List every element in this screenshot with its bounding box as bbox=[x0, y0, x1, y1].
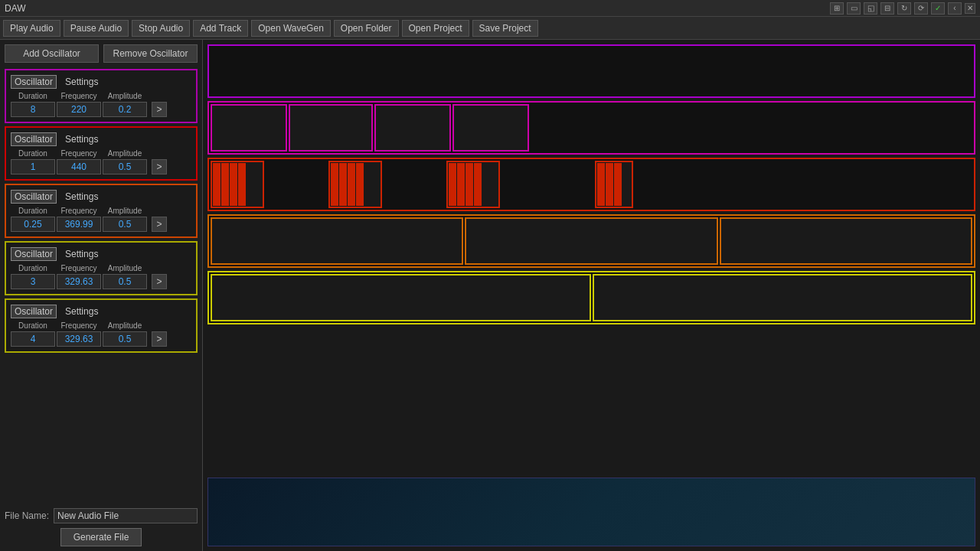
titlebar-icon-5[interactable]: ↻ bbox=[897, 2, 911, 15]
oscillator-card-5: Oscillator Settings Duration Frequency A… bbox=[5, 298, 198, 353]
osc-frequency-input-4[interactable] bbox=[57, 274, 101, 289]
osc-amplitude-input-5[interactable] bbox=[103, 331, 147, 347]
osc-tab-oscillator-4[interactable]: Oscillator bbox=[11, 247, 57, 261]
osc-amplitude-input-3[interactable] bbox=[103, 217, 147, 232]
osc-duration-label-3: Duration bbox=[18, 207, 47, 215]
open-folder-button[interactable]: Open Folder bbox=[334, 20, 399, 37]
clip-pink-2[interactable] bbox=[289, 104, 373, 152]
file-name-input[interactable] bbox=[54, 508, 198, 523]
add-remove-row: Add Oscillator Remove Oscillator bbox=[5, 44, 198, 63]
titlebar: DAW ⊞ ▭ ◱ ⊟ ↻ ⟳ ✓ ‹ ✕ bbox=[0, 0, 980, 17]
titlebar-icon-4[interactable]: ⊟ bbox=[880, 2, 894, 15]
red-bar bbox=[597, 163, 605, 206]
close-button[interactable]: ✕ bbox=[965, 3, 975, 14]
osc-arrow-btn-4[interactable]: > bbox=[152, 274, 167, 289]
red-bar bbox=[356, 163, 364, 206]
osc-arrow-btn-5[interactable]: > bbox=[152, 331, 167, 347]
right-panel bbox=[203, 40, 980, 551]
osc-frequency-group-2: Frequency bbox=[57, 149, 101, 174]
play-audio-button[interactable]: Play Audio bbox=[3, 20, 60, 37]
red-bar bbox=[466, 163, 473, 206]
osc-amplitude-group-4: Amplitude bbox=[103, 264, 147, 289]
osc-arrow-btn-3[interactable]: > bbox=[152, 217, 167, 232]
osc-fields-3: Duration Frequency Amplitude > bbox=[11, 207, 191, 232]
osc-tab-settings-3[interactable]: Settings bbox=[61, 190, 102, 204]
osc-duration-group-5: Duration bbox=[11, 321, 55, 347]
osc-tab-oscillator-2[interactable]: Oscillator bbox=[11, 132, 57, 146]
open-wavegen-button[interactable]: Open WaveGen bbox=[251, 20, 331, 37]
remove-oscillator-button[interactable]: Remove Oscillator bbox=[103, 44, 198, 63]
red-bar bbox=[614, 163, 622, 206]
osc-amplitude-input-1[interactable] bbox=[103, 102, 147, 117]
clip-red-group-1[interactable] bbox=[211, 161, 264, 208]
add-oscillator-button[interactable]: Add Oscillator bbox=[5, 44, 99, 63]
red-bar bbox=[221, 163, 229, 206]
track-row-pink bbox=[207, 101, 975, 155]
osc-frequency-input-1[interactable] bbox=[57, 102, 101, 117]
osc-frequency-input-3[interactable] bbox=[57, 217, 101, 232]
osc-arrow-btn-2[interactable]: > bbox=[152, 159, 167, 174]
titlebar-icon-6[interactable]: ⟳ bbox=[914, 2, 928, 15]
stop-audio-button[interactable]: Stop Audio bbox=[132, 20, 190, 37]
clip-red-group-2[interactable] bbox=[328, 161, 382, 208]
osc-header-2: Oscillator Settings bbox=[11, 132, 191, 146]
pause-audio-button[interactable]: Pause Audio bbox=[64, 20, 129, 37]
clip-yellow-1[interactable] bbox=[211, 274, 591, 321]
red-bar bbox=[339, 163, 347, 206]
generate-file-button[interactable]: Generate File bbox=[60, 528, 142, 546]
osc-tab-oscillator-5[interactable]: Oscillator bbox=[11, 305, 57, 318]
clip-orange-1[interactable] bbox=[211, 217, 463, 265]
osc-amplitude-label-5: Amplitude bbox=[108, 321, 142, 330]
titlebar-icon-7[interactable]: ✓ bbox=[931, 2, 945, 15]
titlebar-icon-1[interactable]: ⊞ bbox=[830, 2, 844, 15]
save-project-button[interactable]: Save Project bbox=[472, 20, 538, 37]
osc-amplitude-label-1: Amplitude bbox=[108, 92, 142, 100]
clip-orange-3[interactable] bbox=[720, 217, 972, 265]
osc-duration-input-1[interactable] bbox=[11, 102, 55, 117]
osc-tab-oscillator-1[interactable]: Oscillator bbox=[11, 75, 57, 89]
osc-tab-settings-2[interactable]: Settings bbox=[61, 132, 102, 146]
osc-frequency-group-1: Frequency bbox=[57, 92, 101, 117]
open-project-button[interactable]: Open Project bbox=[402, 20, 469, 37]
clip-yellow-2[interactable] bbox=[593, 274, 973, 321]
osc-frequency-label-2: Frequency bbox=[60, 149, 96, 158]
osc-tab-oscillator-3[interactable]: Oscillator bbox=[11, 190, 57, 204]
track-row-orange bbox=[207, 214, 975, 268]
osc-amplitude-input-4[interactable] bbox=[103, 274, 147, 289]
osc-tab-settings-1[interactable]: Settings bbox=[61, 75, 102, 89]
osc-frequency-group-3: Frequency bbox=[57, 207, 101, 232]
clip-red-group-3[interactable] bbox=[446, 161, 500, 208]
osc-duration-label-2: Duration bbox=[18, 149, 47, 158]
titlebar-icon-2[interactable]: ▭ bbox=[847, 2, 861, 15]
osc-arrow-btn-1[interactable]: > bbox=[152, 102, 167, 117]
osc-frequency-input-2[interactable] bbox=[57, 159, 101, 174]
osc-amplitude-input-2[interactable] bbox=[103, 159, 147, 174]
clip-pink-1[interactable] bbox=[211, 104, 287, 152]
titlebar-icon-8[interactable]: ‹ bbox=[948, 2, 962, 15]
osc-amplitude-group-3: Amplitude bbox=[103, 207, 147, 232]
osc-amplitude-label-3: Amplitude bbox=[108, 207, 142, 215]
add-track-button[interactable]: Add Track bbox=[193, 20, 248, 37]
clip-red-group-4[interactable] bbox=[595, 161, 633, 208]
titlebar-icon-3[interactable]: ◱ bbox=[864, 2, 877, 15]
clip-pink-3[interactable] bbox=[374, 104, 451, 152]
clip-orange-2[interactable] bbox=[465, 217, 717, 265]
osc-duration-label-1: Duration bbox=[18, 92, 47, 100]
osc-duration-input-4[interactable] bbox=[11, 274, 55, 289]
osc-duration-input-3[interactable] bbox=[11, 217, 55, 232]
osc-duration-input-5[interactable] bbox=[11, 331, 55, 347]
osc-fields-4: Duration Frequency Amplitude > bbox=[11, 264, 191, 289]
clip-pink-4[interactable] bbox=[452, 104, 529, 152]
red-bar bbox=[474, 163, 482, 206]
osc-frequency-input-5[interactable] bbox=[57, 331, 101, 347]
main-layout: Add Oscillator Remove Oscillator Oscilla… bbox=[0, 40, 980, 551]
osc-tab-settings-5[interactable]: Settings bbox=[61, 305, 102, 318]
osc-fields-1: Duration Frequency Amplitude > bbox=[11, 92, 191, 117]
red-bar bbox=[348, 163, 355, 206]
track-row-yellow bbox=[207, 271, 975, 324]
osc-amplitude-label-2: Amplitude bbox=[108, 149, 142, 158]
left-panel: Add Oscillator Remove Oscillator Oscilla… bbox=[0, 40, 203, 551]
red-bar bbox=[449, 163, 456, 206]
osc-tab-settings-4[interactable]: Settings bbox=[61, 247, 102, 261]
osc-duration-input-2[interactable] bbox=[11, 159, 55, 174]
